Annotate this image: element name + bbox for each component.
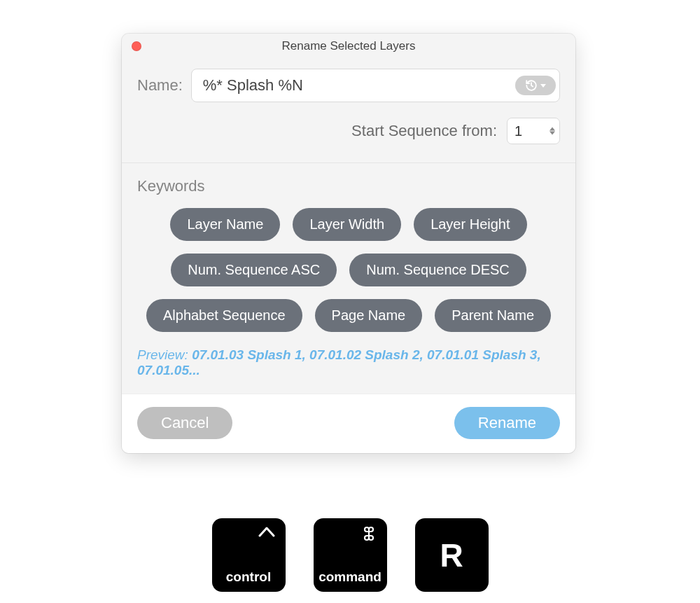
command-key-label: command xyxy=(314,569,387,585)
stepper-down-icon[interactable] xyxy=(550,132,555,135)
rename-layers-dialog: Rename Selected Layers Name: Start Seque… xyxy=(122,34,575,453)
command-symbol-icon xyxy=(360,525,377,545)
keyword-pills: Layer Name Layer Width Layer Height Num.… xyxy=(137,208,560,332)
pill-row-1: Layer Name Layer Width Layer Height xyxy=(170,208,526,241)
upper-section: Name: Start Sequence from: xyxy=(122,59,575,162)
chevron-down-icon xyxy=(540,84,546,88)
control-symbol-icon xyxy=(258,525,276,541)
cancel-button[interactable]: Cancel xyxy=(137,407,232,439)
name-label: Name: xyxy=(137,76,183,95)
command-key: command xyxy=(314,518,387,592)
keyword-layer-height[interactable]: Layer Height xyxy=(414,208,526,241)
preview-label: Preview: xyxy=(137,347,192,362)
keyword-parent-name[interactable]: Parent Name xyxy=(435,299,551,332)
sequence-row: Start Sequence from: xyxy=(137,118,560,144)
sequence-input-wrap xyxy=(507,118,560,144)
keyword-layer-name[interactable]: Layer Name xyxy=(170,208,280,241)
close-icon[interactable] xyxy=(132,41,141,51)
pill-row-3: Alphabet Sequence Page Name Parent Name xyxy=(146,299,551,332)
control-key: control xyxy=(212,518,286,592)
keywords-heading: Keywords xyxy=(137,177,560,195)
keywords-section: Keywords Layer Name Layer Width Layer He… xyxy=(122,163,575,394)
keyboard-shortcut: control command R xyxy=(0,518,700,592)
preview: Preview: 07.01.03 Splash 1, 07.01.02 Spl… xyxy=(137,347,560,378)
name-input[interactable] xyxy=(191,69,560,102)
keyword-alphabet-seq[interactable]: Alphabet Sequence xyxy=(146,299,302,332)
history-button[interactable] xyxy=(515,76,556,95)
history-icon xyxy=(525,79,538,92)
dialog-footer: Cancel Rename xyxy=(122,394,575,453)
keyword-page-name[interactable]: Page Name xyxy=(315,299,423,332)
rename-button[interactable]: Rename xyxy=(454,407,560,439)
stepper-up-icon[interactable] xyxy=(550,127,555,131)
keyword-layer-width[interactable]: Layer Width xyxy=(293,208,401,241)
titlebar: Rename Selected Layers xyxy=(122,34,575,59)
keyword-num-seq-desc[interactable]: Num. Sequence DESC xyxy=(349,254,526,286)
window-title: Rename Selected Layers xyxy=(282,39,416,53)
preview-text: 07.01.03 Splash 1, 07.01.02 Splash 2, 07… xyxy=(137,347,541,377)
name-row: Name: xyxy=(137,69,560,102)
keyword-num-seq-asc[interactable]: Num. Sequence ASC xyxy=(171,254,337,286)
stepper xyxy=(550,127,555,135)
name-input-wrap xyxy=(191,69,560,102)
r-key-label: R xyxy=(440,536,463,574)
pill-row-2: Num. Sequence ASC Num. Sequence DESC xyxy=(171,254,526,286)
control-key-label: control xyxy=(212,569,286,585)
sequence-label: Start Sequence from: xyxy=(351,122,497,140)
r-key: R xyxy=(415,518,489,592)
